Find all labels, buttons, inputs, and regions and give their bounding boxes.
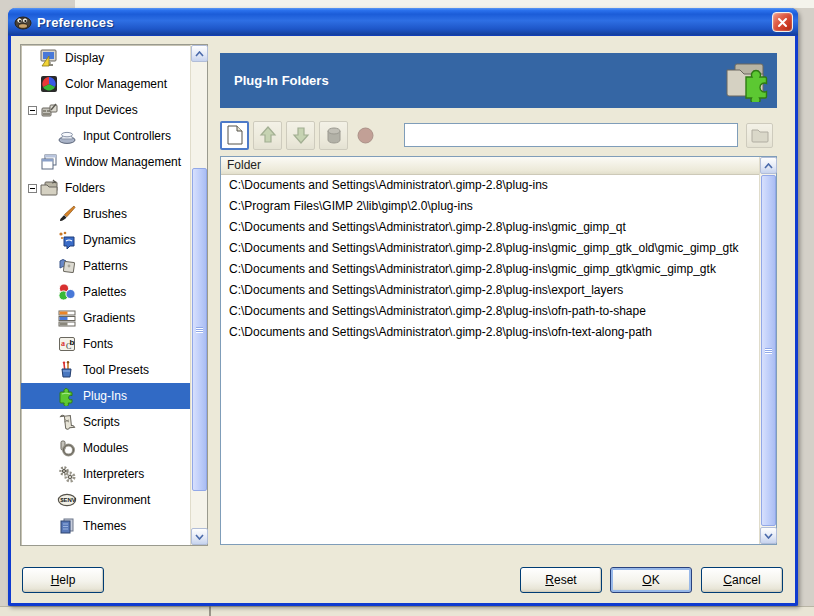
preferences-window: Preferences Display xyxy=(8,8,798,606)
ok-button-label: OK xyxy=(642,573,659,587)
folder-row[interactable]: C:\Documents and Settings\Administrator\… xyxy=(221,175,759,196)
sidebar-item-label: Environment xyxy=(83,493,150,507)
sidebar-item-folders[interactable]: Folders xyxy=(21,175,190,201)
sidebar-item-fonts[interactable]: a C b Fonts xyxy=(21,331,190,357)
chevron-down-icon xyxy=(195,534,204,540)
display-icon xyxy=(39,48,59,68)
themes-icon xyxy=(57,516,77,536)
sidebar-item-label: Patterns xyxy=(83,259,128,273)
tree-list: Display Color Management xyxy=(21,45,190,545)
scripts-icon xyxy=(57,412,77,432)
move-up-button[interactable] xyxy=(253,121,282,150)
scrollbar-thumb[interactable] xyxy=(761,175,776,526)
folder-row[interactable]: C:\Documents and Settings\Administrator\… xyxy=(221,322,759,343)
folder-row[interactable]: C:\Documents and Settings\Administrator\… xyxy=(221,238,759,259)
svg-text:$ENV: $ENV xyxy=(60,497,76,503)
move-down-button[interactable] xyxy=(286,121,315,150)
sidebar-item-dynamics[interactable]: Dynamics xyxy=(21,227,190,253)
page-header-banner: Plug-In Folders xyxy=(220,53,777,108)
folder-toolbar xyxy=(220,120,777,150)
preferences-category-tree: Display Color Management xyxy=(20,44,208,546)
folder-column-header: Folder xyxy=(221,157,759,175)
reset-button[interactable]: Reset xyxy=(520,567,602,593)
scroll-up-button[interactable] xyxy=(191,45,208,62)
folder-row[interactable]: C:\Documents and Settings\Administrator\… xyxy=(221,217,759,238)
sidebar-item-label: Dynamics xyxy=(83,233,136,247)
plug-in-folder-list: Folder C:\Documents and Settings\Adminis… xyxy=(220,156,777,545)
folders-icon xyxy=(39,178,59,198)
ok-button[interactable]: OK xyxy=(610,567,692,593)
scrollbar-thumb[interactable] xyxy=(192,168,207,491)
sidebar-item-color-management[interactable]: Color Management xyxy=(21,71,190,97)
window-management-icon xyxy=(39,152,59,172)
delete-icon xyxy=(325,126,343,144)
writable-indicator xyxy=(352,121,378,150)
scroll-down-button[interactable] xyxy=(191,528,208,545)
environment-icon: $ENV xyxy=(57,490,77,510)
close-icon xyxy=(777,17,788,28)
folder-row[interactable]: C:\Documents and Settings\Administrator\… xyxy=(221,301,759,322)
svg-text:a: a xyxy=(61,339,65,348)
scroll-up-button[interactable] xyxy=(760,157,777,174)
sidebar-item-input-devices[interactable]: Input Devices xyxy=(21,97,190,123)
close-button[interactable] xyxy=(772,12,793,32)
folder-row[interactable]: C:\Documents and Settings\Administrator\… xyxy=(221,259,759,280)
sidebar-item-label: Plug-Ins xyxy=(83,389,127,403)
help-button-label: Help xyxy=(51,573,76,587)
sidebar-item-tool-presets[interactable]: Tool Presets xyxy=(21,357,190,383)
sidebar-item-label: Color Management xyxy=(65,77,167,91)
sidebar-item-interpreters[interactable]: Interpreters xyxy=(21,461,190,487)
sidebar-item-label: Palettes xyxy=(83,285,126,299)
folder-list-scrollbar[interactable] xyxy=(759,157,776,544)
sidebar-item-themes[interactable]: Themes xyxy=(21,513,190,539)
dynamics-icon xyxy=(57,230,77,250)
arrow-up-icon xyxy=(259,126,277,144)
scroll-down-button[interactable] xyxy=(760,527,777,544)
sidebar-item-label: Window Management xyxy=(65,155,181,169)
sidebar-item-gradients[interactable]: Gradients xyxy=(21,305,190,331)
browse-folder-button[interactable] xyxy=(746,123,773,148)
sidebar-item-plug-ins[interactable]: Plug-Ins xyxy=(21,383,190,409)
folder-row[interactable]: C:\Program Files\GIMP 2\lib\gimp\2.0\plu… xyxy=(221,196,759,217)
sidebar-item-brushes[interactable]: Brushes xyxy=(21,201,190,227)
add-new-folder-button[interactable] xyxy=(220,121,249,150)
sidebar-item-label: Gradients xyxy=(83,311,135,325)
folder-browse-icon xyxy=(751,128,769,143)
delete-folder-button[interactable] xyxy=(319,121,348,150)
brushes-icon xyxy=(57,204,77,224)
chevron-up-icon xyxy=(195,51,204,57)
sidebar-item-label: Themes xyxy=(83,519,126,533)
red-circle-icon xyxy=(357,127,374,144)
collapse-expander-icon[interactable] xyxy=(28,106,37,115)
palettes-icon xyxy=(57,282,77,302)
sidebar-item-input-controllers[interactable]: Input Controllers xyxy=(21,123,190,149)
sidebar-item-label: Scripts xyxy=(83,415,120,429)
folder-row[interactable]: C:\Documents and Settings\Administrator\… xyxy=(221,280,759,301)
sidebar-item-label: Display xyxy=(65,51,104,65)
scrollbar-grip xyxy=(765,347,772,354)
gradients-icon xyxy=(57,308,77,328)
plug-in-folders-panel: Plug-In Folders xyxy=(220,53,777,541)
sidebar-item-window-management[interactable]: Window Management xyxy=(21,149,190,175)
input-controllers-icon xyxy=(57,126,77,146)
collapse-expander-icon[interactable] xyxy=(28,184,37,193)
modules-icon xyxy=(57,438,77,458)
sidebar-item-patterns[interactable]: Patterns xyxy=(21,253,190,279)
sidebar-item-environment[interactable]: $ENV Environment xyxy=(21,487,190,513)
folder-list-body: Folder C:\Documents and Settings\Adminis… xyxy=(221,157,759,544)
sidebar-item-display[interactable]: Display xyxy=(21,45,190,71)
cancel-button[interactable]: Cancel xyxy=(701,567,783,593)
sidebar-item-modules[interactable]: Modules xyxy=(21,435,190,461)
gimp-wilber-icon xyxy=(14,14,32,30)
input-devices-icon xyxy=(39,100,59,120)
help-button[interactable]: Help xyxy=(22,567,104,593)
sidebar-item-scripts[interactable]: Scripts xyxy=(21,409,190,435)
cancel-button-label: Cancel xyxy=(723,573,760,587)
sidebar-item-label: Tool Presets xyxy=(83,363,149,377)
svg-text:b: b xyxy=(70,338,75,347)
sidebar-item-palettes[interactable]: Palettes xyxy=(21,279,190,305)
folder-path-input[interactable] xyxy=(404,123,738,147)
titlebar[interactable]: Preferences xyxy=(8,8,798,36)
sidebar-scrollbar[interactable] xyxy=(190,45,207,545)
interpreters-icon xyxy=(57,464,77,484)
